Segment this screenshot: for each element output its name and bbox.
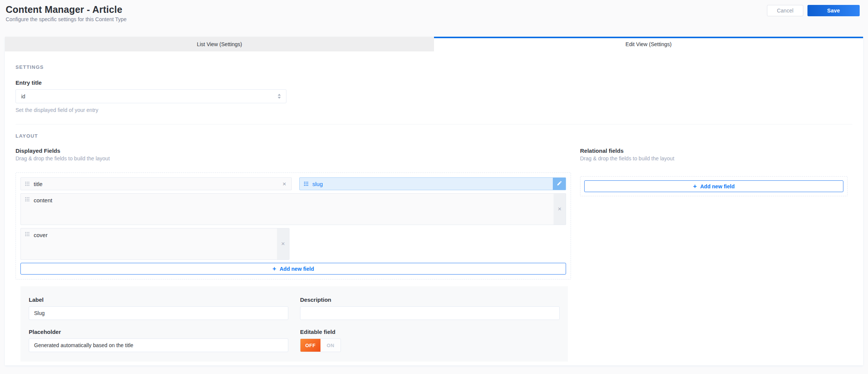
field-editor-panel: Label Description Placeholder Ed: [20, 286, 568, 362]
field-row: cover ×: [20, 228, 566, 260]
entry-title-label: Entry title: [16, 79, 852, 86]
close-icon[interactable]: ×: [554, 194, 566, 225]
layout-columns: Displayed Fields Drag & drop the fields …: [16, 147, 852, 362]
field-chip-label: slug: [313, 181, 323, 187]
entry-title-selected-value: id: [21, 93, 25, 99]
add-field-label: Add new field: [280, 266, 314, 272]
tab-label: List View (Settings): [197, 41, 242, 47]
view-tabs: List View (Settings) Edit View (Settings…: [5, 37, 863, 51]
placeholder-field: Placeholder: [29, 329, 288, 352]
label-input[interactable]: [29, 306, 288, 320]
tab-list-view-settings[interactable]: List View (Settings): [5, 37, 434, 51]
add-field-label: Add new field: [700, 183, 734, 189]
section-divider: [16, 124, 852, 124]
description-field-label: Description: [300, 296, 560, 303]
field-editor-grid: Label Description Placeholder Ed: [29, 296, 560, 352]
close-icon[interactable]: ×: [277, 228, 289, 259]
description-input[interactable]: [300, 306, 560, 320]
settings-card: List View (Settings) Edit View (Settings…: [5, 37, 863, 365]
edit-field-button[interactable]: [553, 178, 566, 190]
relational-fields-column: Relational fields Drag & drop the fields…: [580, 147, 848, 362]
field-chip-cover[interactable]: cover ×: [20, 228, 289, 260]
field-chip-label: title: [34, 181, 42, 187]
add-displayed-field-button[interactable]: + Add new field: [20, 263, 566, 275]
field-row: content ×: [20, 193, 566, 225]
plus-icon: +: [272, 265, 276, 272]
displayed-fields-column: Displayed Fields Drag & drop the fields …: [16, 147, 571, 362]
relational-fields-dropzone: + Add new field: [580, 176, 848, 196]
drag-handle-icon[interactable]: [25, 182, 30, 186]
settings-section-heading: SETTINGS: [16, 64, 852, 70]
page-header: Content Manager - Article Configure the …: [0, 0, 868, 37]
toggle-off-option[interactable]: OFF: [300, 339, 320, 352]
field-chip-label: cover: [34, 232, 48, 238]
description-field: Description: [300, 296, 560, 320]
editable-toggle: OFF ON: [300, 338, 341, 352]
displayed-fields-dropzone: title × slug: [16, 172, 571, 279]
page-subtitle: Configure the specific settings for this…: [6, 16, 868, 22]
editable-field-label: Editable field: [300, 329, 560, 335]
label-field-label: Label: [29, 296, 288, 303]
tab-edit-view-settings[interactable]: Edit View (Settings): [434, 37, 863, 51]
cancel-button[interactable]: Cancel: [767, 5, 803, 16]
relational-fields-subtitle: Drag & drop the fields to build the layo…: [580, 155, 848, 161]
field-chip-label: content: [34, 197, 52, 203]
displayed-fields-title: Displayed Fields: [16, 147, 571, 154]
entry-title-helper: Set the displayed field of your entry: [16, 107, 852, 113]
editable-field: Editable field OFF ON: [300, 329, 560, 352]
card-body: SETTINGS Entry title id Set the displaye…: [5, 64, 863, 362]
displayed-fields-subtitle: Drag & drop the fields to build the layo…: [16, 155, 571, 161]
drag-handle-icon[interactable]: [25, 197, 30, 202]
save-button[interactable]: Save: [807, 5, 860, 16]
add-relational-field-button[interactable]: + Add new field: [584, 180, 843, 192]
page-title: Content Manager - Article: [6, 4, 868, 15]
placeholder-field-label: Placeholder: [29, 329, 288, 335]
field-chip-content[interactable]: content ×: [20, 193, 566, 225]
drag-handle-icon[interactable]: [304, 182, 308, 186]
entry-title-select[interactable]: id: [16, 89, 286, 103]
pencil-icon: [557, 180, 562, 187]
field-chip-slug[interactable]: slug: [299, 177, 566, 190]
chevron-up-down-icon: [278, 94, 281, 99]
drag-handle-icon[interactable]: [25, 232, 30, 236]
label-field: Label: [29, 296, 288, 320]
layout-section-heading: LAYOUT: [16, 133, 852, 139]
field-chip-title[interactable]: title ×: [20, 177, 292, 190]
close-icon[interactable]: ×: [282, 181, 287, 187]
toggle-on-option[interactable]: ON: [320, 339, 341, 352]
field-row: title × slug: [20, 177, 566, 190]
placeholder-input[interactable]: [29, 338, 288, 352]
tab-label: Edit View (Settings): [625, 41, 672, 47]
header-actions: Cancel Save: [767, 5, 860, 16]
relational-fields-title: Relational fields: [580, 147, 848, 154]
plus-icon: +: [693, 183, 697, 189]
